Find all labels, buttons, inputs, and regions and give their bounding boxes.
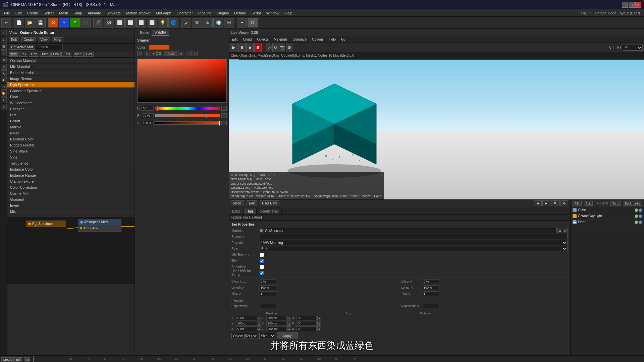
p-rot-up[interactable]: ▲ — [317, 321, 321, 326]
x-pos-up[interactable]: ▲ — [257, 316, 261, 320]
prop-search-button[interactable]: 🔍 — [551, 200, 560, 206]
lv-menu-compare[interactable]: Compare — [291, 37, 308, 42]
material-select[interactable]: OctSpecular — [264, 228, 557, 233]
prop-prev-button[interactable]: ◄ — [534, 200, 542, 206]
maximize-button[interactable]: □ — [629, 2, 635, 8]
mat-tab-grd[interactable]: Grd — [84, 52, 94, 57]
left-icon-3[interactable]: ☰ — [1, 44, 7, 50]
left-icon-8[interactable]: ⚡ — [1, 77, 7, 83]
mat-tab-mat[interactable]: Mat — [9, 52, 18, 57]
tool-hair[interactable]: ≋ — [203, 18, 213, 27]
new-button[interactable]: 📄 — [14, 18, 24, 27]
edit-btn[interactable]: Edit — [14, 357, 23, 362]
lv-btn-stop[interactable]: ■ — [246, 43, 254, 52]
menu-select[interactable]: Select — [41, 10, 57, 16]
x-size-up[interactable]: ▲ — [287, 316, 291, 320]
shader-btn-2[interactable]: ⚙ — [144, 51, 150, 56]
hsv-h-input[interactable] — [142, 106, 154, 111]
lv-btn-settings[interactable]: ⚙ — [286, 43, 293, 52]
tool-camera[interactable]: 🎬 — [93, 18, 103, 27]
tool-cylinder[interactable]: ⬜ — [136, 18, 146, 27]
tool-z[interactable]: Z — [70, 18, 80, 27]
y-size-value[interactable]: 200 cm — [266, 321, 286, 326]
left-icon-4[interactable]: ⬡ — [1, 50, 7, 56]
tool-y[interactable]: Y — [59, 18, 69, 27]
menu-simulate[interactable]: Simulate — [104, 10, 123, 16]
menu-motiontracker[interactable]: Motion Tracker — [123, 10, 153, 16]
tool-particles[interactable]: ✦ — [237, 18, 247, 27]
node-item-rgb-spectrum[interactable]: Rgb Spectrum — [7, 82, 135, 88]
lv-btn-screenshot[interactable]: 📷 — [279, 43, 285, 52]
mat-tab-med[interactable]: Med — [73, 52, 83, 57]
mat-tab-ems[interactable]: Ems — [61, 52, 72, 57]
node-item-random-color[interactable]: Random Color — [7, 136, 135, 142]
menu-edit[interactable]: Edit — [13, 10, 24, 16]
z-pos-up[interactable]: ▲ — [257, 326, 261, 331]
lv-menu-materials[interactable]: Materials — [272, 37, 289, 42]
obj-bookmarks-btn[interactable]: Bookmarks — [623, 201, 642, 206]
prop-tab-basic[interactable]: Basic — [229, 208, 244, 214]
lv-btn-play[interactable]: ▶ — [230, 43, 237, 52]
b-rot-up[interactable]: ▲ — [317, 326, 321, 331]
tool-circle[interactable]: ✕ — [48, 18, 58, 27]
shader-btn-3[interactable]: ■ — [151, 51, 157, 56]
lv-menu-objects[interactable]: Objects — [255, 37, 270, 42]
menu-plugins[interactable]: Plugins — [214, 10, 231, 16]
node-item-turbulence[interactable]: Turbulence — [7, 160, 135, 166]
projection-select[interactable]: UVW Mapping Cubic Spherical — [260, 240, 568, 245]
tool-mograph2[interactable]: M — [224, 18, 234, 27]
node-item-marble[interactable]: Marble — [7, 124, 135, 130]
menu-snap[interactable]: Snap — [71, 10, 85, 16]
z-size-up[interactable]: ▲ — [287, 326, 291, 331]
obj-item-cube[interactable]: □ Cube — [571, 207, 644, 213]
shader-tab-shader[interactable]: Shader — [152, 29, 169, 36]
menu-octane[interactable]: Octane — [231, 10, 249, 16]
timeline-playhead[interactable] — [33, 356, 34, 362]
hsv-h-bar[interactable] — [155, 107, 220, 110]
left-icon-2[interactable]: ◈ — [1, 37, 7, 43]
lv-btn-refresh[interactable]: ↻ — [272, 43, 278, 52]
node-item-checker[interactable]: Checker — [7, 106, 135, 112]
shader-btn-5[interactable]: RGB — [164, 51, 177, 56]
node-item-invert[interactable]: Invert — [7, 202, 135, 208]
menu-animate[interactable]: Animate — [85, 10, 104, 16]
material-clear-btn[interactable]: ✕ — [563, 228, 568, 233]
rep-v-input[interactable] — [423, 304, 439, 308]
tool-light[interactable]: 💡 — [158, 18, 168, 27]
left-icon-9[interactable]: ◻ — [1, 84, 7, 90]
offset-v-input[interactable] — [423, 279, 439, 284]
left-icon-10[interactable]: 🎨 — [1, 90, 7, 97]
menu-help[interactable]: Help — [282, 10, 295, 16]
z-size-value[interactable]: 200 cm — [266, 326, 286, 331]
menu-script[interactable]: Script — [249, 10, 264, 16]
left-icon-11[interactable]: ✦ — [1, 97, 7, 103]
ne-help-btn[interactable]: Help — [52, 37, 64, 42]
lv-menu-options[interactable]: Options — [310, 37, 325, 42]
obj-rel-select[interactable]: Object (Rel.) World — [231, 333, 258, 339]
shader-btn-7[interactable]: → — [185, 51, 191, 56]
tool-octane-btn[interactable]: O — [248, 18, 258, 27]
prop-next-button[interactable]: ► — [542, 200, 550, 206]
undo-button[interactable]: ↩ — [1, 18, 11, 27]
hsv-v-handle[interactable] — [219, 121, 220, 126]
lv-btn-record[interactable]: ⏺ — [254, 43, 262, 52]
prop-options-button[interactable]: ⚙ — [560, 200, 568, 206]
prop-edit-button[interactable]: Edit — [247, 200, 257, 206]
prop-tab-tag[interactable]: Tag — [244, 208, 256, 214]
lv-menu-edit[interactable]: Edit — [230, 37, 239, 42]
lv-menu-gui[interactable]: Gui — [339, 37, 348, 42]
y-pos-value[interactable]: 100 cm — [236, 321, 256, 326]
y-size-up[interactable]: ▲ — [287, 321, 291, 326]
lv-menu-cloud[interactable]: Cloud — [241, 37, 253, 42]
save-button[interactable]: 💾 — [36, 18, 46, 27]
h-rot-up[interactable]: ▲ — [317, 316, 321, 320]
selection-input[interactable] — [260, 234, 568, 239]
apply-button[interactable]: Apply — [277, 333, 298, 339]
menu-character[interactable]: Character — [174, 10, 196, 16]
menu-mograph[interactable]: MoGraph — [153, 10, 174, 16]
menu-mesh[interactable]: Mesh — [56, 10, 71, 16]
light-visibility-dot[interactable] — [635, 215, 638, 218]
menu-window[interactable]: Window — [264, 10, 282, 16]
left-icon-5[interactable]: ⊞ — [1, 57, 7, 63]
node-item-blend-material[interactable]: Blend Material — [7, 70, 135, 76]
